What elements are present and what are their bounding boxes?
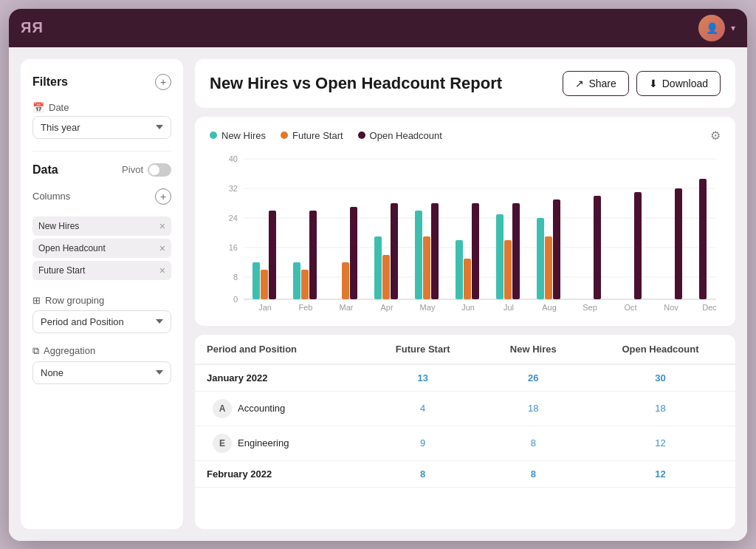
row-grouping-select[interactable]: Period and Position xyxy=(32,310,171,333)
date-label: 📅 Date xyxy=(32,102,171,113)
svg-rect-41 xyxy=(545,236,552,299)
columns-section: Columns + xyxy=(32,188,171,205)
data-title: Data xyxy=(32,163,58,177)
future-start-value[interactable]: 9 xyxy=(365,426,481,460)
share-icon: ↗ xyxy=(575,78,584,89)
svg-rect-29 xyxy=(423,236,430,299)
svg-rect-17 xyxy=(301,270,309,299)
svg-text:Apr: Apr xyxy=(380,303,393,312)
new-hires-value[interactable]: 8 xyxy=(481,460,586,487)
columns-label: Columns + xyxy=(32,188,171,205)
table-header-row: Period and Position Future Start New Hir… xyxy=(195,335,735,364)
svg-text:Aug: Aug xyxy=(542,303,557,312)
svg-text:16: 16 xyxy=(229,243,238,252)
date-select[interactable]: This year Last year Last 6 months Custom xyxy=(32,116,171,139)
chart-area: 0 8 16 24 32 40 Jan xyxy=(210,151,721,314)
future-start-value[interactable]: 8 xyxy=(365,460,481,487)
pivot-toggle: Pivot xyxy=(122,163,171,177)
titlebar-right: 👤 ▾ xyxy=(698,15,735,41)
right-panel: New Hires vs Open Headcount Report ↗ Sha… xyxy=(195,59,735,529)
svg-text:8: 8 xyxy=(233,273,238,282)
dept-initial: A xyxy=(213,399,232,418)
open-headcount-value[interactable]: 30 xyxy=(585,364,735,392)
avatar[interactable]: 👤 xyxy=(698,15,725,41)
pivot-label: Pivot xyxy=(122,164,143,175)
svg-rect-24 xyxy=(374,236,382,299)
new-hires-value[interactable]: 8 xyxy=(481,426,586,460)
svg-rect-42 xyxy=(553,200,560,299)
stack-icon: ⧉ xyxy=(32,345,39,357)
tag-new-hires: New Hires × xyxy=(32,216,171,236)
period-label: January 2022 xyxy=(195,364,365,392)
open-headcount-value[interactable]: 12 xyxy=(585,460,735,487)
svg-text:24: 24 xyxy=(229,214,238,222)
svg-rect-40 xyxy=(537,218,544,299)
legend-items: New Hires Future Start Open Headcount xyxy=(210,130,442,141)
chevron-down-icon[interactable]: ▾ xyxy=(731,23,735,33)
svg-rect-22 xyxy=(350,207,357,299)
future-start-value[interactable]: 13 xyxy=(365,364,481,392)
aggregation-label: ⧉ Aggregation xyxy=(32,345,171,357)
pivot-toggle-switch[interactable] xyxy=(148,163,171,177)
titlebar: ЯЯ 👤 ▾ xyxy=(9,9,747,47)
table-row: AAccounting 4 18 18 xyxy=(195,391,735,426)
legend-future-start: Future Start xyxy=(281,130,343,141)
svg-rect-13 xyxy=(261,270,268,299)
svg-rect-21 xyxy=(342,262,349,299)
app-window: ЯЯ 👤 ▾ Filters + 📅 Date This year Last y… xyxy=(9,9,747,541)
svg-text:Mar: Mar xyxy=(340,303,354,312)
remove-new-hires[interactable]: × xyxy=(159,220,165,232)
add-column-button[interactable]: + xyxy=(155,188,171,205)
svg-rect-14 xyxy=(269,211,276,299)
aggregation-select[interactable]: None xyxy=(32,361,171,384)
main-content: Filters + 📅 Date This year Last year Las… xyxy=(9,47,747,541)
svg-text:Sep: Sep xyxy=(583,303,597,312)
page-title: New Hires vs Open Headcount Report xyxy=(210,74,502,93)
legend-dot-new-hires xyxy=(210,132,217,139)
svg-text:Feb: Feb xyxy=(299,303,313,312)
tag-future-start: Future Start × xyxy=(32,261,171,280)
svg-rect-34 xyxy=(472,203,479,299)
svg-text:0: 0 xyxy=(233,295,238,304)
table-row: EEngineering 9 8 12 xyxy=(195,426,735,460)
grid-icon: ⊞ xyxy=(32,295,41,306)
legend-dot-future-start xyxy=(281,132,288,139)
add-filter-button[interactable]: + xyxy=(155,74,171,90)
gear-icon[interactable]: ⚙ xyxy=(710,129,721,143)
share-button[interactable]: ↗ Share xyxy=(563,71,628,96)
filters-section: Filters + xyxy=(32,74,171,90)
svg-rect-37 xyxy=(504,240,512,299)
svg-rect-58 xyxy=(699,179,707,299)
open-headcount-value[interactable]: 18 xyxy=(585,391,735,426)
svg-rect-25 xyxy=(382,255,390,299)
tag-open-headcount: Open Headcount × xyxy=(32,239,171,258)
col-period: Period and Position xyxy=(195,335,365,364)
download-button[interactable]: ⬇ Download xyxy=(636,71,721,96)
svg-rect-38 xyxy=(512,203,520,299)
svg-rect-46 xyxy=(594,196,601,299)
svg-rect-16 xyxy=(293,262,300,299)
dept-label: EEngineering xyxy=(195,426,365,460)
legend-open-headcount: Open Headcount xyxy=(358,130,442,141)
aggregation-section: ⧉ Aggregation None xyxy=(32,345,171,384)
row-grouping-label: ⊞ Row grouping xyxy=(32,295,171,306)
svg-text:Jun: Jun xyxy=(461,303,475,312)
svg-text:40: 40 xyxy=(229,154,238,163)
table-card: Period and Position Future Start New Hir… xyxy=(195,335,735,529)
chart-svg: 0 8 16 24 32 40 Jan xyxy=(210,151,721,314)
svg-rect-36 xyxy=(496,214,504,299)
app-logo: ЯЯ xyxy=(21,19,44,36)
new-hires-value[interactable]: 26 xyxy=(481,364,586,392)
svg-rect-18 xyxy=(309,211,317,299)
new-hires-value[interactable]: 18 xyxy=(481,391,586,426)
remove-future-start[interactable]: × xyxy=(159,265,165,276)
svg-text:Jan: Jan xyxy=(258,303,272,312)
period-label: February 2022 xyxy=(195,460,365,487)
open-headcount-value[interactable]: 12 xyxy=(585,426,735,460)
future-start-value[interactable]: 4 xyxy=(365,391,481,426)
chart-card: New Hires Future Start Open Headcount ⚙ xyxy=(195,117,735,326)
table-row: January 2022 13 26 30 xyxy=(195,364,735,392)
col-future-start: Future Start xyxy=(365,335,481,364)
svg-rect-30 xyxy=(431,203,439,299)
remove-open-headcount[interactable]: × xyxy=(159,242,165,254)
